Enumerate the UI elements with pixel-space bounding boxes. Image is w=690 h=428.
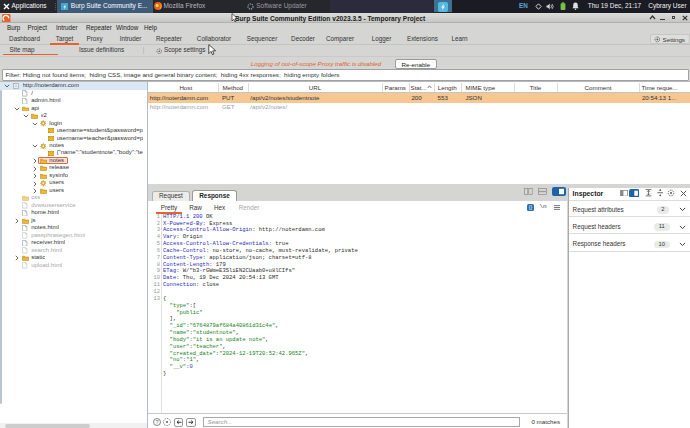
svg-text:{}: {} xyxy=(529,204,533,210)
svg-text:?: ? xyxy=(156,419,159,425)
